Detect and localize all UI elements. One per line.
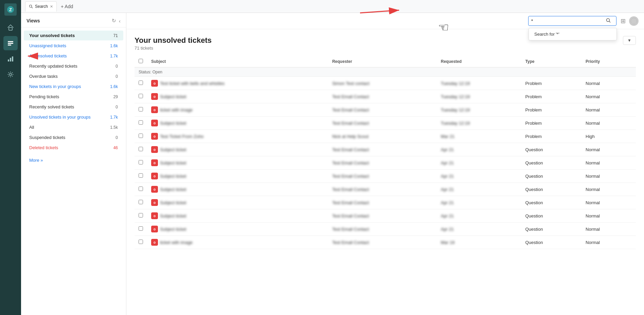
sidebar-item-5[interactable]: New tickets in your groups1.6k <box>24 82 123 91</box>
table-row[interactable]: o ticket with image Test Email Contact M… <box>135 236 636 249</box>
ticket-requested: Tuesday 12:19 <box>437 77 521 90</box>
ticket-subject[interactable]: Subject ticket <box>160 94 186 99</box>
table-row[interactable]: o Subject ticket Test Email Contact Apr … <box>135 196 636 209</box>
sidebar-item-7[interactable]: Recently solved tickets0 <box>24 102 123 112</box>
sidebar-item-6[interactable]: Pending tickets29 <box>24 92 123 102</box>
status-label: Status: Open <box>135 67 636 77</box>
sidebar-item-11[interactable]: Deleted tickets46 <box>24 143 123 153</box>
ticket-subject[interactable]: Subject ticket <box>160 160 186 165</box>
ticket-subject[interactable]: Subject ticket <box>160 121 186 126</box>
search-input[interactable] <box>529 17 603 25</box>
ticket-requested: Apr 21 <box>437 183 521 196</box>
svg-point-10 <box>30 5 32 7</box>
ticket-requested: Tuesday 12:19 <box>437 117 521 130</box>
reports-nav-icon[interactable] <box>3 52 18 66</box>
svg-rect-4 <box>8 43 13 44</box>
table-row[interactable]: o Subject ticket Test Email Contact Apr … <box>135 223 636 236</box>
select-all-checkbox[interactable] <box>139 59 143 63</box>
svg-rect-7 <box>10 58 11 62</box>
tab-close-icon[interactable]: ✕ <box>50 4 53 9</box>
ticket-checkbox-9[interactable] <box>139 200 143 204</box>
settings-nav-icon[interactable] <box>3 67 18 82</box>
ticket-type: Question <box>521 156 582 170</box>
sidebar-item-8[interactable]: Unsolved tickets in your groups1.7k <box>24 112 123 122</box>
sidebar-item-label-6: Pending tickets <box>29 94 113 99</box>
sidebar-header-actions: ↻ ‹ <box>112 18 121 24</box>
sidebar-item-9[interactable]: All1.5k <box>24 122 123 132</box>
tab-search-label: Search <box>35 4 48 9</box>
sidebar-title: Views <box>26 18 40 23</box>
ticket-subject[interactable]: Subject ticket <box>160 147 186 152</box>
svg-point-9 <box>10 73 12 75</box>
sidebar-item-count-8: 1.7k <box>110 115 118 120</box>
ticket-type: Problem <box>521 130 582 143</box>
sidebar-more-link[interactable]: More » <box>21 156 126 165</box>
table-row[interactable]: o Subject ticket Test Email Contact Apr … <box>135 183 636 196</box>
ticket-requester: Simon Test contact <box>328 77 437 90</box>
ticket-checkbox-8[interactable] <box>139 187 143 191</box>
sidebar-item-label-1: Unassigned tickets <box>29 43 110 48</box>
ticket-status-icon: o <box>151 159 158 166</box>
sidebar-item-10[interactable]: Suspended tickets0 <box>24 133 123 142</box>
ticket-checkbox-7[interactable] <box>139 173 143 178</box>
table-row[interactable]: o Subject ticket Test Email Contact Apr … <box>135 170 636 183</box>
ticket-checkbox-10[interactable] <box>139 213 143 217</box>
ticket-requested: Apr 21 <box>437 196 521 209</box>
ticket-requester: Test Email Contact <box>328 183 437 196</box>
ticket-status-icon: o <box>151 212 158 219</box>
ticket-checkbox-2[interactable] <box>139 107 143 111</box>
ticket-subject[interactable]: ticket with image <box>160 240 193 245</box>
ticket-subject[interactable]: ticket with image <box>160 107 193 112</box>
ticket-checkbox-12[interactable] <box>139 240 143 244</box>
ticket-checkbox-0[interactable] <box>139 81 143 85</box>
table-row[interactable]: o Subject ticket Test Email Contact Apr … <box>135 156 636 170</box>
table-row[interactable]: o Test Ticket From Zoho Nick at Help Sco… <box>135 130 636 143</box>
sidebar-item-count-3: 0 <box>115 64 118 69</box>
icon-bar: Z <box>0 0 21 315</box>
filter-button[interactable]: ▼ <box>623 36 636 45</box>
table-row[interactable]: o Subject ticket Test Email Contact Apr … <box>135 143 636 156</box>
home-nav-icon[interactable] <box>3 20 18 35</box>
ticket-subject[interactable]: Test Ticket From Zoho <box>160 134 204 139</box>
svg-rect-8 <box>12 56 13 62</box>
tab-add-button[interactable]: + Add <box>58 2 76 11</box>
ticket-checkbox-1[interactable] <box>139 94 143 98</box>
sidebar-item-2[interactable]: All unsolved tickets1.7k <box>24 51 123 61</box>
ticket-status-icon: o <box>151 133 158 140</box>
ticket-checkbox-4[interactable] <box>139 134 143 138</box>
collapse-icon[interactable]: ‹ <box>119 18 121 24</box>
ticket-subject[interactable]: Subject ticket <box>160 200 186 205</box>
table-row[interactable]: o Subject ticket Test Email Contact Apr … <box>135 209 636 223</box>
table-row[interactable]: o Subject ticket Test Email Contact Tues… <box>135 90 636 103</box>
table-row[interactable]: o ticket with image Test Email Contact T… <box>135 103 636 117</box>
grid-icon[interactable]: ⊞ <box>621 17 626 25</box>
ticket-checkbox-11[interactable] <box>139 226 143 231</box>
ticket-checkbox-3[interactable] <box>139 120 143 125</box>
sidebar-item-label-9: All <box>29 125 110 130</box>
table-row[interactable]: o Subject ticket Test Email Contact Tues… <box>135 117 636 130</box>
search-submit-button[interactable] <box>603 16 613 25</box>
ticket-subject[interactable]: Test ticket with bells and whistles <box>160 81 225 86</box>
refresh-icon[interactable]: ↻ <box>112 18 116 24</box>
col-priority: Priority <box>582 56 636 67</box>
ticket-subject[interactable]: Subject ticket <box>160 174 186 179</box>
tab-search[interactable]: Search ✕ <box>25 1 57 12</box>
table-row[interactable]: o Test ticket with bells and whistles Si… <box>135 77 636 90</box>
ticket-subject[interactable]: Subject ticket <box>160 213 186 218</box>
ticket-checkbox-5[interactable] <box>139 147 143 151</box>
ticket-requested: Mar 19 <box>437 236 521 249</box>
svg-rect-3 <box>8 41 13 42</box>
sidebar-item-4[interactable]: Overdue tasks0 <box>24 71 123 81</box>
sidebar-item-3[interactable]: Recently updated tickets0 <box>24 61 123 71</box>
tickets-nav-icon[interactable] <box>3 36 18 50</box>
sidebar-item-0[interactable]: Your unsolved tickets71 <box>24 31 123 40</box>
sidebar-item-label-10: Suspended tickets <box>29 135 115 140</box>
user-avatar[interactable] <box>629 16 639 26</box>
ticket-subject[interactable]: Subject ticket <box>160 187 186 192</box>
ticket-checkbox-6[interactable] <box>139 160 143 164</box>
sidebar-item-1[interactable]: Unassigned tickets1.6k <box>24 41 123 51</box>
app-logo[interactable]: Z <box>4 3 17 16</box>
ticket-subject[interactable]: Subject ticket <box>160 227 186 232</box>
ticket-requested: Tuesday 12:19 <box>437 90 521 103</box>
search-dropdown[interactable]: Search for '*' <box>529 28 617 40</box>
